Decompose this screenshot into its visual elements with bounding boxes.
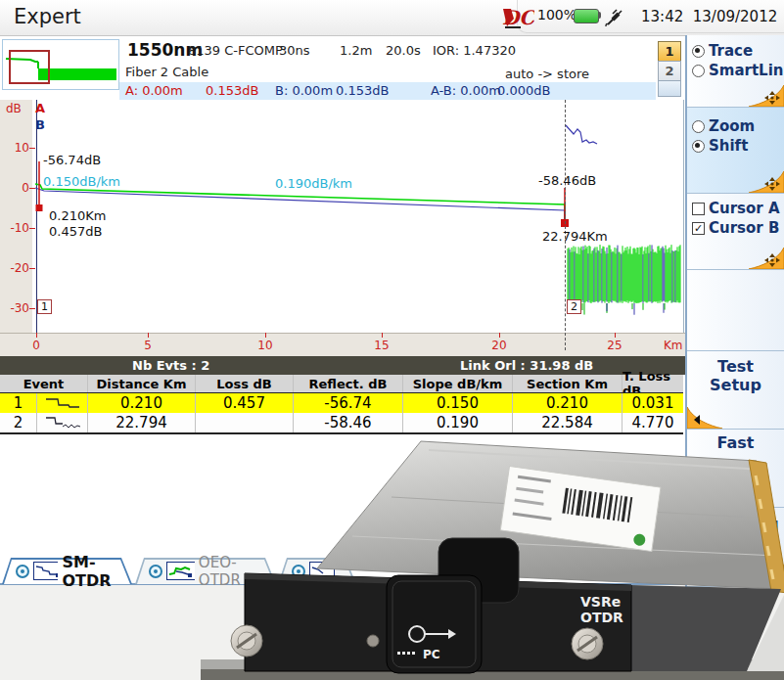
section-2-slope-label: 0.190dB/km — [275, 176, 352, 191]
event-table-header: Event Distance Km Loss dB Reflect. dB Sl… — [0, 375, 683, 393]
clock: 13:42 13/09/2012 — [641, 8, 777, 25]
col-header-event: Event — [0, 375, 88, 392]
event-2-reflectance-label: -58.46dB — [538, 173, 596, 188]
tab-sm-otdr[interactable]: SM-OTDR — [2, 558, 132, 584]
cursor-a-checkbox[interactable]: Cursor A — [687, 198, 784, 217]
cursor-ab-value: 0.000dB — [497, 83, 550, 98]
acquisition-mode-label: auto -> store — [505, 67, 589, 81]
col-header-section: Section Km — [513, 375, 623, 392]
cursor-a-position: A: 0.00m — [125, 83, 183, 98]
module-id-label: 8139 C-FCOMP — [188, 43, 283, 58]
minimap-trace — [3, 40, 118, 89]
pan-corner-icon[interactable] — [749, 248, 784, 269]
cursor-ab-position: A-B: 0.00m — [431, 83, 501, 98]
checkbox-icon-checked[interactable]: ✓ — [692, 222, 705, 235]
pan-corner-icon[interactable] — [749, 171, 784, 193]
x-axis-unit: Km — [664, 339, 683, 352]
cursor-b-line[interactable] — [565, 100, 566, 350]
otdr-trace-canvas[interactable] — [32, 100, 683, 333]
event-section: 0.210 — [513, 393, 623, 413]
x-tick-mark — [36, 333, 37, 338]
event-1-marker[interactable] — [36, 204, 43, 211]
event-number: 2 — [0, 413, 37, 432]
smartlink-radio[interactable]: SmartLink — [687, 60, 784, 79]
x-tick-mark — [499, 333, 500, 338]
test-setup-label-line2: Setup — [687, 376, 784, 394]
page-title: Expert — [14, 5, 81, 28]
x-tick: 10 — [257, 339, 272, 352]
noise-band — [568, 245, 680, 315]
x-tick: 5 — [144, 339, 152, 352]
oeo-otdr-trace-icon — [166, 562, 195, 580]
link-orl-label: Link Orl : 31.98 dB — [460, 358, 593, 373]
x-tick: 20 — [491, 339, 506, 352]
battery-percent: 100% — [537, 7, 576, 23]
shift-radio[interactable]: Shift — [687, 135, 784, 155]
power-plug-icon — [604, 5, 623, 28]
event-slope: 0.150 — [403, 393, 513, 413]
event-1-loss-label: 0.457dB — [49, 224, 102, 239]
cursor-b-label: Cursor B — [709, 219, 779, 237]
pan-corner-icon[interactable] — [749, 85, 784, 107]
module-model-line1: VSRe — [580, 594, 621, 610]
pulse-width-label: 30ns — [279, 43, 310, 58]
time-text: 13:42 — [641, 8, 683, 25]
event-reflectance: -56.74 — [294, 393, 403, 413]
events-summary-bar: Nb Evts : 2 Link Orl : 31.98 dB — [0, 356, 685, 375]
radio-icon[interactable] — [692, 45, 705, 58]
y-tick: -30 — [2, 301, 29, 315]
x-tick-mark — [265, 333, 266, 338]
event-loss: 0.457 — [196, 393, 294, 413]
cursor-b-zoom-squiggle — [566, 125, 597, 144]
cursor-a-label: Cursor A — [709, 200, 780, 217]
fiber-cable-label: Fiber 2 Cable — [125, 65, 208, 79]
cursor-b-position: B: 0.00m — [275, 83, 333, 98]
event-1-reflectance-label: -56.74dB — [43, 153, 101, 167]
col-header-loss: Loss dB — [196, 375, 294, 392]
tab-status-icon — [16, 565, 29, 578]
radio-icon[interactable] — [692, 120, 705, 133]
brand-logo-icon: DC — [501, 5, 534, 31]
back-corner-icon[interactable] — [687, 407, 722, 429]
y-tick: -10 — [2, 221, 29, 235]
acquisition-time-label: 20.0s — [386, 43, 421, 58]
trace-radio-label: Trace — [709, 42, 753, 60]
x-tick-mark — [148, 333, 149, 338]
trace-1-button[interactable]: 1 — [658, 41, 681, 63]
y-tick: 0 — [2, 181, 29, 195]
battery-icon — [574, 9, 599, 23]
trace-radio[interactable]: Trace — [687, 40, 784, 60]
zoom-radio-label: Zoom — [709, 117, 755, 135]
test-setup-label-line1: Test — [687, 357, 784, 376]
x-tick: 15 — [374, 339, 389, 352]
cursor-b-value: 0.153dB — [336, 83, 389, 98]
shift-radio-label: Shift — [709, 137, 748, 155]
trace-minimap[interactable] — [2, 39, 119, 90]
zoom-radio[interactable]: Zoom — [687, 115, 784, 135]
event-2-number-box[interactable]: 2 — [567, 299, 581, 314]
cursor-b-checkbox[interactable]: ✓ Cursor B — [687, 217, 784, 237]
section-1-slope-label: 0.150dB/km — [43, 174, 120, 189]
event-table-row-1[interactable]: 1 0.210 0.457 -56.74 0.150 0.210 0.031 — [0, 392, 683, 414]
otdr-app-screen: Expert DC 100% 13:42 13/09/2012 1550nm 8… — [0, 0, 784, 680]
date-text: 13/09/2012 — [693, 8, 777, 25]
y-tick: 10 — [2, 141, 29, 155]
trace-mode-section: Trace SmartLink — [687, 35, 784, 108]
module-model-line2: OTDR — [580, 610, 623, 625]
event-1-number-box[interactable]: 1 — [37, 299, 52, 314]
trace-2-button[interactable]: 2 — [658, 61, 681, 82]
col-header-tloss: T. Loss dB — [623, 375, 683, 392]
col-header-distance: Distance Km — [88, 375, 196, 392]
x-tick-mark — [615, 333, 616, 338]
test-setup-button[interactable]: Test Setup — [687, 351, 784, 430]
x-tick: 0 — [32, 339, 40, 352]
radio-icon[interactable] — [692, 140, 705, 153]
radio-icon[interactable] — [692, 65, 705, 77]
cursor-select-section: Cursor A ✓ Cursor B — [687, 194, 784, 270]
otdr-module-photo: VSRe OTDR PC — [196, 429, 784, 680]
trace-list-scrollbar[interactable] — [658, 80, 681, 97]
event-type-icon — [37, 393, 88, 413]
checkbox-icon[interactable] — [692, 203, 705, 215]
col-header-slope: Slope dB/km — [403, 375, 513, 392]
event-1-distance-label: 0.210Km — [49, 208, 106, 223]
